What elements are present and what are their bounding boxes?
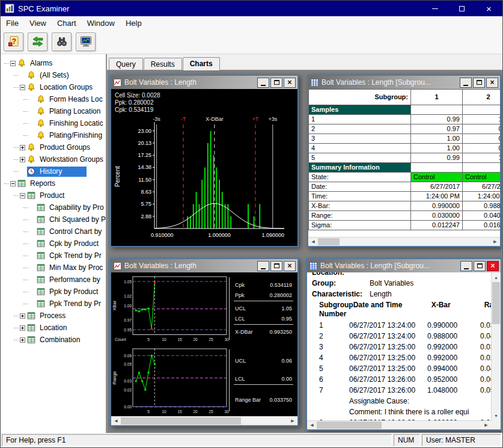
tree-item-product[interactable]: Product [1,189,106,201]
child-restore-button[interactable] [474,261,486,271]
child-restore-button[interactable] [270,78,282,88]
minimize-button[interactable] [421,1,448,16]
charts-button[interactable] [76,32,96,51]
child-titlebar[interactable]: Bolt Variables : Length × [111,76,297,89]
find-button[interactable] [52,32,72,51]
child-minimize-button[interactable] [257,78,269,88]
expand-icon[interactable] [20,145,25,150]
svg-text:Cell Size: 0.0028: Cell Size: 0.0028 [115,92,160,99]
scroll-right-icon[interactable]: ▶ [490,238,500,246]
tree-item-workstation-groups[interactable]: Workstation Groups [1,153,106,165]
horizontal-scrollbar[interactable]: ◀ ▶ [307,420,491,429]
svg-text:-3s: -3s [153,116,160,122]
scroll-thumb[interactable] [492,282,500,324]
child-close-button[interactable]: × [487,261,499,271]
child-titlebar[interactable]: Bolt Variables : Length × [111,259,297,272]
collapse-icon[interactable] [20,85,25,90]
report-row: 406/27/2017 13:25:000.9920000.020000 [312,352,491,363]
alarm-status-button[interactable]: ? [4,32,23,51]
tree-item-location[interactable]: Location [1,322,106,334]
tree-item-label: Cpk by Product [47,239,100,248]
tree-item-label: Workstation Groups [38,155,105,164]
svg-text:5.75: 5.75 [141,201,151,207]
child-minimize-button[interactable] [460,261,472,271]
transfer-button[interactable] [28,32,47,51]
child-minimize-button[interactable] [460,78,472,88]
tree-item-ppk-trend-by-pr[interactable]: Ppk Trend by Pr [1,298,106,310]
tree-item-history[interactable]: History [1,165,106,177]
child-close-button[interactable]: × [284,78,296,88]
tree-item-control-chart-by[interactable]: Control Chart by [1,226,106,238]
expand-icon[interactable] [20,325,25,331]
child-titlebar[interactable]: Bolt Variables : Length [Subgrou... × [308,76,500,89]
vertical-scrollbar[interactable]: ▲ ▼ [491,272,501,420]
tree-item-plating-location[interactable]: Plating Location [1,105,106,117]
tree-item-alarms[interactable]: Alarms [1,57,106,69]
collapse-icon[interactable] [10,61,16,66]
scroll-left-icon[interactable]: ◀ [307,421,317,429]
report-icon [37,215,46,224]
child-restore-button[interactable] [473,78,485,88]
menu-chart[interactable]: Chart [52,17,82,29]
svg-text:0.00: 0.00 [124,404,132,408]
tree-item-chi-squared-by-p[interactable]: Chi Squared by P [1,213,106,226]
tree-item-process[interactable]: Process [1,310,106,322]
child-minimize-button[interactable] [257,261,269,271]
report-icon [37,263,46,272]
tree-item-all-sets[interactable]: (All Sets) [1,69,106,81]
scroll-left-icon[interactable]: ◀ [111,417,121,425]
child-titlebar[interactable]: Bolt Variables : Length [Subgrou... × [307,259,501,272]
scroll-thumb[interactable] [317,422,382,429]
scroll-thumb[interactable] [318,238,340,245]
tree-item-plating-finishing[interactable]: Plating/Finishing [1,129,106,141]
child-window-control-chart[interactable]: Bolt Variables : Length × 1.051.021.000.… [110,258,299,426]
scroll-right-icon[interactable]: ▶ [288,417,297,425]
tree-item-cpk-by-product[interactable]: Cpk by Product [1,238,106,250]
scroll-down-icon[interactable]: ▼ [492,411,501,420]
collapse-icon[interactable] [20,193,25,198]
tree-item-reports[interactable]: Reports [1,177,106,189]
svg-text:20.13: 20.13 [138,140,151,146]
child-close-button[interactable]: × [486,78,498,88]
tree-item-finishing-locatic[interactable]: Finishing Locatic [1,117,106,129]
child-close-button[interactable]: × [284,261,296,271]
tree-item-ppk-by-product[interactable]: Ppk by Product [1,286,106,298]
tab-results[interactable]: Results [144,58,182,70]
tree-item-cpk-trend-by-pr[interactable]: Cpk Trend by Pr [1,250,106,262]
child-restore-button[interactable] [270,261,282,271]
svg-text:30: 30 [224,337,229,342]
tree-item-form-heads-loc[interactable]: Form Heads Loc [1,93,106,105]
maximize-button[interactable] [448,1,475,16]
child-window-subgroup-table[interactable]: Bolt Variables : Length [Subgrou... × Su… [307,75,501,247]
table-window-icon [309,262,317,270]
scroll-thumb[interactable] [121,417,241,425]
range-chart-panel: 0.060.050.030.020.0051015202530RangeUCL0… [111,345,297,417]
titlebar[interactable]: SPC Examiner × [1,1,502,16]
expand-icon[interactable] [20,337,25,343]
scroll-up-icon[interactable]: ▲ [492,272,501,282]
tab-query[interactable]: Query [109,58,143,70]
expand-icon[interactable] [20,157,25,162]
collapse-icon[interactable] [10,181,16,186]
horizontal-scrollbar[interactable]: ◀ ▶ [111,416,297,425]
tree-item-performance-by[interactable]: Performance by [1,274,106,286]
menu-view[interactable]: View [24,17,52,29]
scroll-right-icon[interactable]: ▶ [481,421,491,429]
tree-item-combination[interactable]: Combination [1,334,106,346]
menu-file[interactable]: File [1,17,24,29]
close-button[interactable]: × [475,1,502,16]
bell-icon [37,95,46,103]
tree-item-product-groups[interactable]: Product Groups [1,141,106,153]
tree-item-capability-by-pro[interactable]: Capability by Pro [1,201,106,213]
expand-icon[interactable] [20,313,25,319]
menu-window[interactable]: Window [82,17,120,29]
tab-charts[interactable]: Charts [183,57,220,70]
child-window-report[interactable]: Bolt Variables : Length [Subgrou... × Lo… [306,258,502,431]
child-window-histogram[interactable]: Bolt Variables : Length × Cell Size: 0.0… [110,75,299,247]
menu-help[interactable]: Help [120,17,147,29]
tree-item-location-groups[interactable]: Location Groups [1,81,106,93]
tree-item-min-max-by-proc[interactable]: Min Max by Proc [1,262,106,274]
scroll-left-icon[interactable]: ◀ [308,238,318,246]
horizontal-scrollbar[interactable]: ◀ ▶ [308,237,500,246]
restore-icon [477,263,483,268]
